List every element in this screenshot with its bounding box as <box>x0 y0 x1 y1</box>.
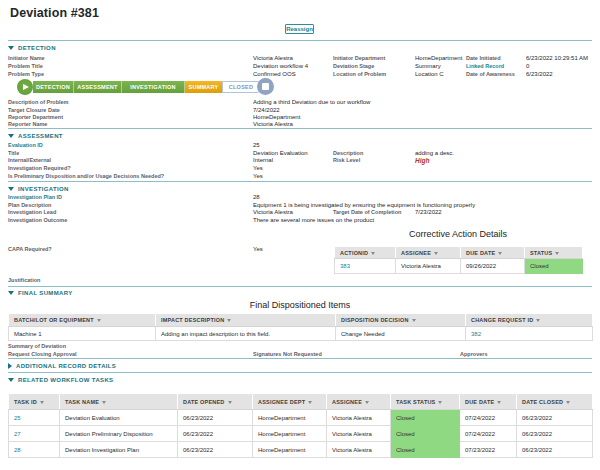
sort-icon <box>308 401 312 404</box>
stage-investigation: INVESTIGATION <box>122 81 185 93</box>
table-cell: HomeDepartment <box>253 426 327 442</box>
section-header-detection[interactable]: DETECTION <box>8 44 56 51</box>
field-value: There are several more issues on the pro… <box>253 217 374 224</box>
change-request-id-link[interactable]: 382 <box>466 327 593 341</box>
task-id-link[interactable]: 28 <box>9 442 60 458</box>
section-header-assessment[interactable]: ASSESSMENT <box>8 133 63 140</box>
collapse-icon <box>8 187 14 191</box>
table-cell: 06/23/2022 <box>517 442 593 458</box>
field-label: Risk Level <box>333 157 360 164</box>
field-label: Date of Awareness <box>466 71 515 78</box>
linked-record-link[interactable]: Linked Record <box>466 63 504 70</box>
table-cell: HomeDepartment <box>253 442 327 458</box>
status-badge: Closed <box>391 410 460 426</box>
section-header-final-summary[interactable]: FINAL SUMMARY <box>8 290 73 297</box>
field-value: HomeDepartment <box>253 114 300 121</box>
field-row: Problem Type Confirmed OOS Location of P… <box>8 71 592 79</box>
collapse-icon <box>8 46 14 50</box>
column-header[interactable]: ASSIGNEE <box>327 394 391 410</box>
field-value: 6/23/2022 <box>526 71 553 78</box>
action-id-link[interactable]: 383 <box>335 259 396 274</box>
field-value: Victoria Alestra <box>253 55 293 62</box>
column-header[interactable]: ASSIGNEE DEPT <box>253 394 327 410</box>
sort-icon <box>102 401 106 404</box>
investigation-plan-id-link[interactable]: Investigation Plan ID <box>8 194 62 201</box>
column-header-label: DISPOSITION DECISION <box>341 317 409 323</box>
column-header-label: DUE DATE <box>466 250 495 256</box>
section-title-assessment: ASSESSMENT <box>18 133 63 139</box>
play-icon <box>17 79 33 95</box>
field-value: 25 <box>253 142 260 149</box>
capa-heading: Corrective Action Details <box>334 229 582 239</box>
stage-label: DETECTION <box>36 84 70 90</box>
section-header-additional-details[interactable]: ADDITIONAL RECORD DETAILS <box>8 362 116 369</box>
task-id-link[interactable]: 25 <box>9 410 60 426</box>
sort-icon <box>497 401 501 404</box>
field-label: Date Initiated <box>466 55 501 62</box>
column-header[interactable]: ACTIONID <box>335 247 396 259</box>
column-header-label: DUE DATE <box>465 399 494 405</box>
field-value: Summary <box>415 63 441 70</box>
sort-icon <box>412 319 416 322</box>
column-header[interactable]: TASK STATUS <box>391 394 460 410</box>
column-header[interactable]: TASK NAME <box>60 394 178 410</box>
page-title: Deviation #381 <box>10 6 99 20</box>
field-value: 7/24/2022 <box>253 107 280 114</box>
field-label: CAPA Required? <box>8 246 52 253</box>
table-row: Machine 1 Adding an impact description t… <box>9 327 593 341</box>
column-header[interactable]: IMPACT DESCRIPTION <box>156 314 336 327</box>
field-value: Deviation Evaluation <box>253 150 308 157</box>
column-header[interactable]: DATE CLOSED <box>517 394 593 410</box>
column-header[interactable]: CHANGE REQUEST ID <box>466 314 593 327</box>
table-row: 25 Deviation Evaluation 06/23/2022 HomeD… <box>9 410 593 426</box>
reassign-button[interactable]: Reassign <box>285 24 314 34</box>
column-header[interactable]: DUE DATE <box>460 394 517 410</box>
field-value: adding a desc. <box>415 150 454 157</box>
field-value: Yes <box>253 173 263 180</box>
field-label: Plan Description <box>8 202 51 209</box>
table-cell: Adding an impact description to this fie… <box>156 327 336 341</box>
final-dispositioned-heading: Final Dispositioned Items <box>8 300 592 310</box>
column-header-label: DATE OPENED <box>183 399 225 405</box>
sort-icon <box>438 401 442 404</box>
workflow-stage-bar: DETECTION ASSESSMENT INVESTIGATION SUMMA… <box>33 81 260 93</box>
table-row: 383 Victoria Alestra 09/26/2022 Closed <box>335 259 583 274</box>
section-header-investigation[interactable]: INVESTIGATION <box>8 185 69 192</box>
section-divider <box>8 181 592 182</box>
evaluation-id-link[interactable]: Evaluation ID <box>8 142 43 149</box>
task-id-link[interactable]: 27 <box>9 426 60 442</box>
stage-label: SUMMARY <box>189 84 219 90</box>
column-header[interactable]: TASK ID <box>9 394 60 410</box>
table-cell: Deviation Investigation Plan <box>60 442 178 458</box>
sort-icon <box>498 252 502 255</box>
field-label: Deviation Stage <box>333 63 374 70</box>
section-divider <box>8 372 592 373</box>
column-header[interactable]: BATCH/LOT OR EQUIPMENT <box>9 314 156 327</box>
justification-label: Justification <box>8 277 40 283</box>
sort-icon <box>536 319 540 322</box>
stage-summary: SUMMARY <box>185 81 222 93</box>
field-label: Title <box>8 150 19 157</box>
column-header[interactable]: ASSIGNEE <box>396 247 461 259</box>
section-divider <box>8 358 592 359</box>
status-badge: Closed <box>391 442 460 458</box>
sort-icon <box>371 252 375 255</box>
column-header-label: TASK STATUS <box>396 399 435 405</box>
column-header[interactable]: DISPOSITION DECISION <box>336 314 466 327</box>
column-header[interactable]: DATE OPENED <box>178 394 253 410</box>
stage-label: CLOSED <box>229 84 253 90</box>
related-tasks-table: TASK ID TASK NAME DATE OPENED ASSIGNEE D… <box>8 393 593 458</box>
column-header-label: TASK ID <box>14 399 37 405</box>
section-divider <box>8 128 592 129</box>
column-header[interactable]: STATUS <box>525 247 583 259</box>
table-cell: Deviation Preliminary Disposition <box>60 426 178 442</box>
column-header-label: IMPACT DESCRIPTION <box>161 317 224 323</box>
status-badge: Closed <box>391 426 460 442</box>
risk-level-value: High <box>415 157 429 164</box>
column-header-label: ASSIGNEE <box>401 250 431 256</box>
section-header-related-tasks[interactable]: RELATED WORKFLOW TASKS <box>8 376 113 383</box>
field-label: Problem Title <box>8 63 43 70</box>
sort-icon <box>227 319 231 322</box>
column-header[interactable]: DUE DATE <box>461 247 525 259</box>
field-row: Is Preliminary Disposition and/or Usage … <box>8 173 592 181</box>
